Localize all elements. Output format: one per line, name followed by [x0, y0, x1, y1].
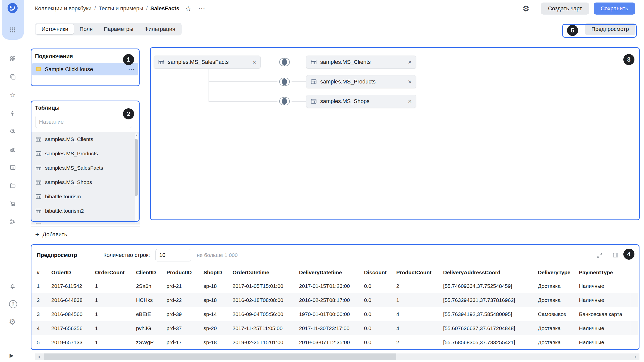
table-list-item[interactable]: samples.MS_Clients: [31, 132, 140, 146]
top-bar: Коллекции и воркбуки / Тесты и примеры /…: [25, 0, 644, 17]
scroll-down-icon[interactable]: ▾: [135, 220, 138, 223]
cell: 1: [89, 279, 130, 293]
joined-table-node[interactable]: samples.MS_Shops×: [306, 95, 416, 108]
annotation-badge-2: 2: [123, 108, 134, 119]
table-row: 22016-6448381HCHksprd-22sp-182016-02-18T…: [31, 293, 639, 307]
quick-actions-lightning-icon[interactable]: [10, 110, 16, 116]
notifications-bell-icon[interactable]: [9, 283, 16, 290]
favorites-star-icon[interactable]: ☆: [10, 92, 16, 98]
breadcrumb: Коллекции и воркбуки / Тесты и примеры /…: [35, 5, 206, 13]
connection-item-selected[interactable]: Sample ClickHouse ⋯: [32, 63, 138, 75]
save-button[interactable]: Сохранить: [594, 3, 635, 15]
charts-bar-icon[interactable]: [10, 146, 16, 153]
cell: 2019-03-07T12:35:00: [294, 335, 358, 349]
apps-grid-icon[interactable]: [9, 27, 16, 33]
connections-section: Подключения Sample ClickHouse ⋯: [31, 49, 140, 75]
expand-preview-icon[interactable]: [596, 252, 603, 258]
toggle-panel-icon[interactable]: [612, 252, 619, 258]
cell: 4: [391, 307, 437, 321]
table-icon: [310, 59, 317, 65]
scroll-up-icon[interactable]: ▴: [135, 133, 138, 137]
table-list-item[interactable]: bibattle.tourism2: [31, 204, 140, 218]
scroll-left-icon[interactable]: ◂: [35, 353, 43, 360]
remove-table-icon[interactable]: ×: [408, 78, 412, 85]
column-header: ShopID: [198, 266, 227, 279]
joined-table-node[interactable]: samples.MS_Products×: [306, 75, 416, 88]
breadcrumb-separator: /: [94, 5, 96, 12]
table-list-item[interactable]: samples.MS_Products: [31, 146, 140, 161]
cell: Доставка: [532, 321, 573, 335]
files-folder-icon[interactable]: [10, 182, 16, 189]
workbooks-icon[interactable]: [10, 74, 16, 80]
table-icon: [35, 222, 42, 225]
cell: prd-22: [161, 293, 198, 307]
collapse-panel-icon[interactable]: ▶: [10, 352, 14, 358]
joined-table-node[interactable]: samples.MS_Clients×: [306, 56, 416, 69]
settings-icon[interactable]: ⚙: [9, 317, 16, 327]
table-item-label: samples.MS_Products: [45, 151, 98, 157]
create-chart-button[interactable]: Создать чарт: [541, 3, 589, 15]
cell: zSWgP: [131, 335, 161, 349]
marketplace-cart-icon[interactable]: [10, 200, 16, 207]
cell: sp-18: [198, 293, 227, 307]
table-header-row: #OrderIDOrderCountClientIDProductIDShopI…: [31, 266, 639, 279]
cell: [631, 293, 639, 307]
add-table-button[interactable]: + Добавить: [35, 229, 140, 240]
dataset-toolbar: Источники Поля Параметры Фильтрация Пред…: [25, 17, 644, 41]
join-type-icon[interactable]: [277, 57, 292, 68]
table-list-item-clipped[interactable]: [31, 218, 140, 224]
breadcrumb-collections[interactable]: Коллекции и воркбуки: [35, 5, 92, 12]
sources-left-panel: Подключения Sample ClickHouse ⋯ Таблицы …: [25, 41, 141, 244]
scrollbar-thumb[interactable]: [135, 139, 138, 196]
tab-filtering[interactable]: Фильтрация: [139, 24, 181, 35]
tab-parameters[interactable]: Параметры: [98, 24, 139, 35]
preview-panel: Предпросмотр Количество строк: не больше…: [31, 244, 639, 350]
datasets-table-icon[interactable]: [10, 164, 16, 171]
cell: 2017-656356: [46, 321, 89, 335]
tables-scrollbar: ▴ ▾: [135, 133, 138, 223]
favorite-star-icon[interactable]: ☆: [185, 5, 191, 13]
help-icon[interactable]: ?: [9, 300, 17, 308]
joined-table-label: samples.MS_Products: [320, 78, 376, 85]
cell: 1: [89, 321, 130, 335]
cell: 2016-09-04T05:56:00: [227, 307, 293, 321]
breadcrumb-workbook[interactable]: Тесты и примеры: [99, 5, 143, 12]
cell: 0.0: [358, 293, 391, 307]
cell: [55.768568305,37.733255421]: [438, 335, 533, 349]
cell: Наличные: [573, 321, 631, 335]
dashboards-grid-icon[interactable]: [10, 56, 16, 62]
cell: 2019-02-25T15:01:00: [227, 335, 293, 349]
scroll-right-icon[interactable]: ▸: [632, 353, 639, 360]
table-icon: [35, 150, 42, 157]
cell: [55.763294331,37.737816962]: [438, 293, 533, 307]
datalens-dataset-editor: ☆ ? ⚙ ▶ Коллекции и воркбуки / Тесты и п…: [0, 0, 644, 362]
dataset-tabs: Источники Поля Параметры Фильтрация: [35, 23, 182, 35]
cell: 2Sa6n: [131, 279, 161, 293]
join-type-icon[interactable]: [277, 96, 292, 107]
flows-branch-icon[interactable]: [10, 218, 16, 225]
remove-table-icon[interactable]: ×: [408, 59, 412, 65]
tab-sources[interactable]: Источники: [36, 24, 74, 35]
column-header: OrderCount: [89, 266, 130, 279]
cell: [631, 307, 639, 321]
table-list-item[interactable]: bibattle.tourism: [31, 189, 140, 204]
topbar-actions: ⚙ Создать чарт Сохранить: [522, 3, 635, 15]
remove-table-icon[interactable]: ×: [408, 98, 412, 105]
table-search-input[interactable]: [35, 116, 132, 128]
row-count-input[interactable]: [155, 249, 191, 261]
scrollbar-thumb[interactable]: [44, 353, 396, 360]
dataset-settings-gear-icon[interactable]: ⚙: [522, 4, 530, 13]
datalens-logo[interactable]: [7, 3, 18, 14]
row-count-label: Количество строк:: [103, 252, 150, 258]
table-list-item[interactable]: samples.MS_SalesFacts: [31, 161, 140, 175]
table-icon: [310, 78, 317, 85]
cell: 2016-084560: [46, 307, 89, 321]
preview-toggle-button[interactable]: Предпросмотр: [585, 23, 635, 35]
tab-fields[interactable]: Поля: [74, 24, 98, 35]
join-type-icon[interactable]: [277, 77, 292, 88]
more-actions-icon[interactable]: ⋯: [198, 5, 206, 13]
table-list-item[interactable]: samples.MS_Shops: [31, 175, 140, 189]
connection-more-icon[interactable]: ⋯: [128, 65, 135, 73]
services-circles-icon[interactable]: [10, 128, 16, 134]
table-item-label: samples.MS_SalesFacts: [45, 165, 103, 171]
